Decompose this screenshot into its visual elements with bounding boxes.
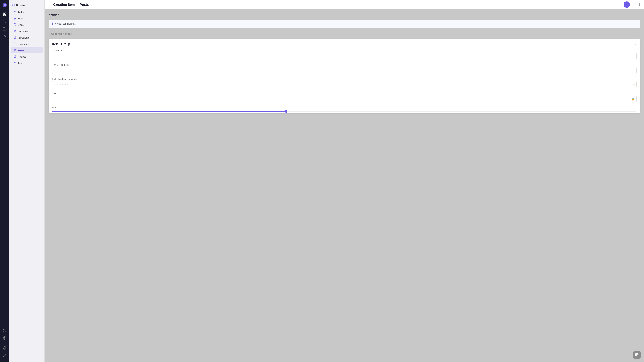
raw-group-input-field[interactable] [52,67,636,74]
sidebar-item-author[interactable]: Author [11,9,43,15]
svg-point-14 [14,30,16,30]
content-icon[interactable] [1,11,8,17]
info-notice-icon: ℹ [52,22,53,26]
page-title: Creating Item in Posts [53,3,622,6]
sidebar-item-cities[interactable]: Cities [11,22,43,28]
more-options-button[interactable]: ⋮ [632,2,636,7]
svg-point-16 [14,42,16,43]
info-button[interactable]: ℹ [638,2,641,7]
detail-group-title: Detail Group [52,42,70,46]
detail-group-toggle[interactable]: Detail Group ∨ [52,42,636,46]
hash-group: Hash 🔒 [52,92,636,102]
accordion-chevron-icon: › [49,32,50,35]
sidebar-label-ingredients: Ingredients [18,36,29,39]
svg-rect-3 [5,13,6,14]
sidebar-item-blogs[interactable]: Blogs [11,15,43,22]
accordion-header[interactable]: › Accordion Input [49,32,640,35]
sidebar-icon-blogs [14,17,16,20]
icon-rail [0,0,10,362]
collection-item-dropdown-group: Collection Item Dropdown Select an item.… [52,78,636,88]
sidebar-label-cities: Cities [18,24,24,26]
slider-input[interactable] [52,110,636,113]
sidebar-label-blogs: Blogs [18,17,24,20]
info-notice: ℹ No text configured... [49,19,640,28]
sidebar-item-ingredients[interactable]: Ingredients [11,35,43,41]
svg-rect-22 [636,355,636,356]
hash-input-field[interactable] [52,95,636,102]
sidebar-icon-posts [14,49,16,52]
svg-point-18 [14,55,16,56]
detail-input-group: Detail Input [52,49,636,59]
header-actions: ✓ ⋮ ℹ [624,1,641,8]
accordion-label: Accordion Input [51,32,72,35]
sidebar-label-tree: Tree [18,62,22,64]
activity-icon[interactable] [1,33,8,39]
sidebar-item-recipes[interactable]: Recipes [11,54,43,60]
divider-label: divider [49,13,640,17]
sidebar-label-posts: Posts [18,49,24,52]
collection-item-dropdown-select[interactable]: Select an item... [52,81,636,88]
svg-rect-21 [637,354,638,355]
detail-group-chevron-icon: ∨ [634,42,636,46]
slider-group: Slider [52,106,636,113]
rail-bottom-group [1,327,8,360]
sidebar-item-countries[interactable]: Countries [11,28,43,34]
sidebar-icon-tree [14,61,16,65]
svg-rect-2 [3,13,4,14]
back-button[interactable]: ← [48,3,51,6]
sidebar-item-posts[interactable]: Posts [11,47,43,53]
svg-point-13 [14,23,16,24]
info-notice-text: No text configured... [55,22,76,25]
svg-point-6 [4,20,5,21]
detail-input-label: Detail Input [52,49,636,52]
raw-group-input-group: Raw Group Input [52,63,636,74]
users-icon[interactable] [1,18,8,25]
svg-point-10 [4,354,5,355]
help-icon[interactable] [1,327,8,334]
sidebar-label-languages: Languages [18,43,29,45]
sidebar-label-recipes: Recipes [18,55,26,58]
main-area: ← Creating Item in Posts ✓ ⋮ ℹ divider ℹ… [44,0,644,362]
collection-item-dropdown-label: Collection Item Dropdown [52,78,636,80]
sidebar-item-tree[interactable]: Tree [11,60,43,66]
hash-input-wrapper: 🔒 [52,95,636,102]
svg-point-19 [14,62,16,62]
hash-label: Hash [52,92,636,94]
svg-point-12 [14,17,16,18]
sidebar-label-countries: Countries [18,30,28,33]
notifications-icon[interactable] [1,345,8,351]
sidebar-item-languages[interactable]: Languages [11,41,43,47]
app-logo[interactable] [2,2,8,8]
sidebar-label-author: Author [18,11,25,13]
detail-group-card: Detail Group ∨ Detail Input Raw Group In… [49,39,640,113]
files-icon[interactable] [1,25,8,32]
svg-rect-5 [5,14,6,15]
settings-icon[interactable] [1,335,8,341]
content-area: divider ℹ No text configured... › Accord… [44,9,644,362]
sidebar-icon-recipes [14,55,16,58]
sidebar-icon-ingredients [14,36,16,39]
slider-label: Slider [52,106,636,109]
svg-point-15 [14,36,16,37]
collection-item-dropdown-wrapper: Select an item... ▾ [52,81,636,88]
sidebar-icon-author [14,10,16,14]
svg-point-9 [4,337,5,338]
save-button[interactable]: ✓ [624,1,630,8]
create-relation-button[interactable] [633,351,641,359]
detail-input-field[interactable] [52,53,636,59]
sidebar-icon-cities [14,23,16,27]
page-header: ← Creating Item in Posts ✓ ⋮ ℹ [44,0,644,9]
sidebar-icon-languages [14,42,16,46]
sidebar-header: ⬡ Directus [10,1,44,8]
svg-rect-20 [636,354,636,355]
sidebar-logo-icon: ⬡ [12,3,15,7]
svg-point-17 [14,49,16,50]
sidebar-icon-countries [14,30,16,33]
svg-rect-4 [3,14,4,15]
profile-icon[interactable] [1,352,8,359]
sidebar-app-name: Directus [16,3,26,6]
svg-point-11 [14,11,16,11]
sidebar: ⬡ Directus Author Blogs Cities [10,0,44,362]
raw-group-input-label: Raw Group Input [52,63,636,66]
